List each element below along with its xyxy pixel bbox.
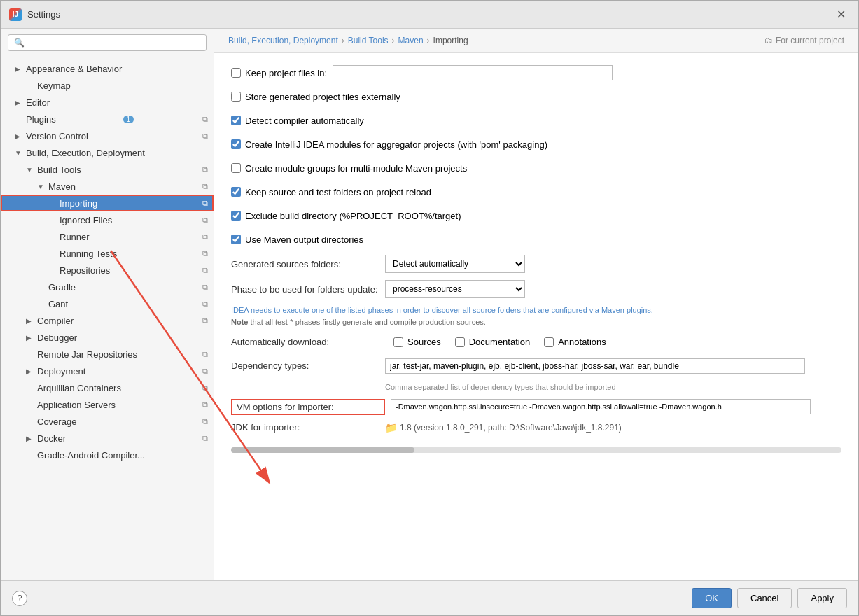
ok-button[interactable]: OK (692, 588, 732, 608)
sidebar-item-keymap[interactable]: ▶ Keymap (1, 77, 214, 94)
breadcrumb-sep-3: › (427, 36, 430, 46)
sidebar-item-build-exec[interactable]: ▼ Build, Execution, Deployment (1, 144, 214, 161)
sidebar-item-label: Ignored Files (60, 215, 112, 225)
help-button[interactable]: ? (12, 591, 27, 606)
create-module-groups-checkbox[interactable] (231, 163, 241, 173)
sidebar-item-app-servers[interactable]: ▶ Application Servers ⧉ (1, 396, 214, 413)
documentation-text: Documentation (469, 337, 530, 347)
copy-icon: ⧉ (202, 232, 208, 241)
search-input[interactable] (8, 34, 207, 51)
sidebar-item-remote-jar[interactable]: ▶ Remote Jar Repositories ⧉ (1, 346, 214, 363)
expand-arrow: ▶ (15, 132, 23, 140)
sources-checkbox[interactable] (393, 337, 403, 347)
sidebar-item-label: Editor (26, 97, 50, 108)
sidebar-item-gradle-android[interactable]: ▶ Gradle-Android Compiler... (1, 447, 214, 463)
keep-source-folders-row: Keep source and test folders on project … (231, 183, 841, 200)
store-externally-label[interactable]: Store generated project files externally (231, 92, 400, 102)
sidebar-item-compiler[interactable]: ▶ Compiler ⧉ (1, 312, 214, 329)
dep-types-input[interactable] (385, 358, 805, 374)
sidebar-item-label: Version Control (26, 131, 88, 141)
create-modules-label[interactable]: Create IntelliJ IDEA modules for aggrega… (231, 139, 547, 150)
keep-project-files-checkbox[interactable] (231, 68, 241, 78)
detect-compiler-checkbox[interactable] (231, 115, 241, 125)
expand-arrow: ▶ (26, 368, 34, 375)
use-maven-output-label[interactable]: Use Maven output directories (231, 234, 363, 245)
create-module-groups-label[interactable]: Create module groups for multi-module Ma… (231, 163, 467, 174)
sidebar-item-version-control[interactable]: ▶ Version Control ⧉ (1, 127, 214, 144)
sidebar-item-maven[interactable]: ▼ Maven ⧉ (1, 178, 214, 195)
bottom-bar: ? OK Cancel Apply (1, 580, 858, 615)
jdk-label: JDK for importer: (231, 422, 385, 433)
generated-sources-select[interactable]: Detect automatically Don't create Each g… (385, 255, 525, 273)
store-externally-row: Store generated project files externally (231, 88, 841, 105)
sidebar-item-coverage[interactable]: ▶ Coverage ⧉ (1, 413, 214, 430)
vm-options-input[interactable] (391, 399, 811, 414)
store-externally-checkbox[interactable] (231, 92, 241, 102)
sidebar-item-running-tests[interactable]: ▶ Running Tests ⧉ (1, 245, 214, 262)
horizontal-scrollbar[interactable] (231, 447, 841, 453)
sidebar-item-build-tools[interactable]: ▼ Build Tools ⧉ (1, 161, 214, 178)
sidebar-item-runner[interactable]: ▶ Runner ⧉ (1, 228, 214, 245)
close-button[interactable]: ✕ (832, 6, 850, 22)
sidebar-item-arquillian[interactable]: ▶ Arquillian Containers ⧉ (1, 379, 214, 396)
copy-icon: ⧉ (202, 350, 208, 359)
detect-compiler-label[interactable]: Detect compiler automatically (231, 115, 364, 126)
breadcrumb-part-1[interactable]: Build, Execution, Deployment (228, 36, 338, 46)
use-maven-output-text: Use Maven output directories (245, 234, 363, 245)
sidebar-item-appearance[interactable]: ▶ Appearance & Behavior (1, 60, 214, 77)
annotations-checkbox[interactable] (544, 337, 554, 347)
breadcrumb-part-3[interactable]: Maven (398, 36, 424, 46)
expand-arrow: ▼ (15, 149, 23, 157)
sidebar-item-label: Gradle-Android Compiler... (37, 450, 145, 461)
sidebar-item-gradle[interactable]: ▶ Gradle ⧉ (1, 279, 214, 295)
phase-note: IDEA needs to execute one of the listed … (231, 305, 721, 316)
expand-arrow: ▼ (26, 166, 34, 174)
bottom-right: OK Cancel Apply (692, 588, 847, 608)
sources-label[interactable]: Sources (393, 337, 441, 347)
exclude-build-dir-checkbox[interactable] (231, 211, 241, 220)
sidebar-item-ignored-files[interactable]: ▶ Ignored Files ⧉ (1, 211, 214, 228)
phase-note-block: IDEA needs to execute one of the listed … (231, 305, 721, 328)
sidebar-item-repositories[interactable]: ▶ Repositories ⧉ (1, 262, 214, 279)
sidebar-item-importing[interactable]: ▶ Importing ⧉ (1, 195, 214, 211)
sidebar-item-label: Plugins (26, 114, 56, 125)
create-modules-row: Create IntelliJ IDEA modules for aggrega… (231, 136, 841, 153)
expand-arrow: ▶ (26, 317, 34, 325)
sidebar-item-label: Build, Execution, Deployment (26, 148, 145, 158)
documentation-checkbox[interactable] (455, 337, 465, 347)
sidebar-item-editor[interactable]: ▶ Editor (1, 94, 214, 111)
create-modules-checkbox[interactable] (231, 139, 241, 149)
sidebar-item-plugins[interactable]: ▶ Plugins 1 ⧉ (1, 111, 214, 127)
create-module-groups-row: Create module groups for multi-module Ma… (231, 160, 841, 176)
keep-source-folders-checkbox[interactable] (231, 187, 241, 197)
breadcrumb-part-2[interactable]: Build Tools (348, 36, 389, 46)
sidebar-item-label: Build Tools (37, 164, 81, 175)
keep-source-folders-label[interactable]: Keep source and test folders on project … (231, 187, 431, 197)
keep-project-files-input[interactable] (333, 65, 613, 80)
main-content: ▶ Appearance & Behavior ▶ Keymap ▶ Edito… (1, 29, 858, 580)
breadcrumb-sep-2: › (392, 36, 395, 46)
sidebar-item-docker[interactable]: ▶ Docker ⧉ (1, 430, 214, 447)
sidebar-item-label: Remote Jar Repositories (37, 349, 137, 360)
documentation-label[interactable]: Documentation (455, 337, 530, 347)
keep-source-folders-text: Keep source and test folders on project … (245, 187, 431, 197)
use-maven-output-checkbox[interactable] (231, 234, 241, 244)
phase-select[interactable]: process-resources generate-sources proce… (385, 280, 525, 298)
copy-icon: ⧉ (202, 132, 208, 141)
sidebar-item-deployment[interactable]: ▶ Deployment ⧉ (1, 363, 214, 379)
expand-arrow: ▶ (26, 334, 34, 342)
store-externally-text: Store generated project files externally (245, 92, 400, 102)
keep-project-files-row: Keep project files in: (231, 64, 841, 81)
sidebar-item-label: Runner (60, 232, 90, 242)
sidebar-item-debugger[interactable]: ▶ Debugger (1, 329, 214, 346)
cancel-button[interactable]: Cancel (737, 588, 792, 608)
sidebar-item-label: Compiler (37, 316, 74, 326)
annotations-label[interactable]: Annotations (544, 337, 606, 347)
create-modules-text: Create IntelliJ IDEA modules for aggrega… (245, 139, 547, 150)
for-current-project: 🗂For current project (764, 36, 844, 46)
keep-project-files-label[interactable]: Keep project files in: (231, 68, 327, 78)
sidebar-item-gant[interactable]: ▶ Gant ⧉ (1, 295, 214, 312)
settings-panel: Keep project files in: Store generated p… (214, 53, 858, 580)
exclude-build-dir-label[interactable]: Exclude build directory (%PROJECT_ROOT%/… (231, 211, 461, 221)
apply-button[interactable]: Apply (797, 588, 847, 608)
